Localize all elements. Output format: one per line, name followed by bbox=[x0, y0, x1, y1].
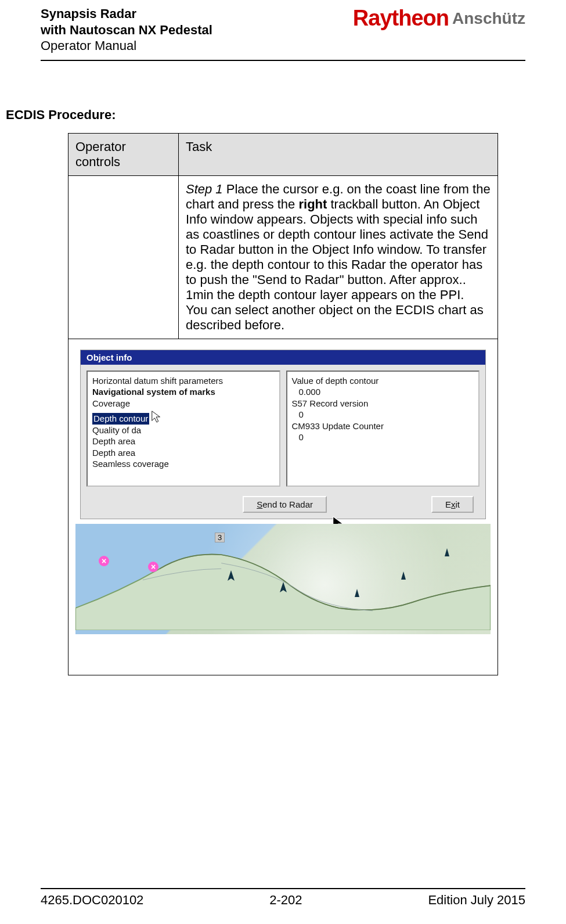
list-item[interactable]: Depth area bbox=[92, 436, 275, 447]
object-list-panel[interactable]: Horizontal datum shift parametersNavigat… bbox=[86, 371, 280, 487]
list-item[interactable]: Coverage bbox=[92, 398, 275, 409]
list-item[interactable]: Navigational system of marks bbox=[92, 386, 275, 398]
cursor-icon bbox=[150, 410, 163, 426]
page-footer: 4265.DOC020102 2-202 Edition July 2015 bbox=[41, 888, 525, 908]
detail-value-s57: 0 bbox=[292, 409, 474, 420]
object-info-window: Object info Horizontal datum shift param… bbox=[80, 350, 486, 519]
footer-doc-id: 4265.DOC020102 bbox=[41, 893, 143, 908]
step1-bold-right: right bbox=[298, 197, 327, 211]
list-item[interactable]: Depth contour bbox=[92, 409, 275, 425]
header-rule bbox=[41, 60, 525, 61]
boat-icon bbox=[226, 570, 236, 588]
list-item[interactable]: Quality of da bbox=[92, 425, 275, 436]
coastline-icon bbox=[75, 524, 491, 631]
brand-logo: Raytheon Anschütz bbox=[353, 6, 525, 31]
step1-text-b: trackball button. An Object Info window … bbox=[186, 197, 488, 302]
col-header-task: Task bbox=[179, 133, 498, 175]
page-header: Synapsis Radar with Nautoscan NX Pedesta… bbox=[41, 0, 525, 54]
window-button-row: Send to Radar Exit bbox=[81, 492, 485, 519]
exit-button[interactable]: Exit bbox=[431, 496, 474, 513]
detail-label-cm933: CM933 Update Counter bbox=[292, 420, 474, 432]
table-header-row: Operator controls Task bbox=[69, 133, 498, 175]
list-item-selected[interactable]: Depth contour bbox=[92, 413, 149, 425]
doc-title-line3: Operator Manual bbox=[41, 38, 212, 54]
footer-page-number: 2-202 bbox=[269, 893, 302, 908]
col-header-operator-controls: Operator controls bbox=[69, 133, 179, 175]
cell-operator-controls-step1 bbox=[69, 175, 179, 339]
cell-screenshot: Object info Horizontal datum shift param… bbox=[69, 339, 498, 675]
buoy-icon bbox=[444, 547, 450, 562]
detail-label-depth: Value of depth contour bbox=[292, 375, 474, 387]
list-item[interactable]: Seamless coverage bbox=[92, 458, 275, 470]
table-row-step1: Step 1 Place the cursor e.g. on the coas… bbox=[69, 175, 498, 339]
detail-value-depth: 0.000 bbox=[292, 386, 474, 398]
embedded-app-screenshot: Object info Horizontal datum shift param… bbox=[75, 350, 491, 669]
brand-anschuetz-text: Anschütz bbox=[452, 9, 525, 28]
step1-line2: You can select another object on the ECD… bbox=[186, 303, 491, 333]
footer-rule bbox=[41, 888, 525, 889]
doc-title-block: Synapsis Radar with Nautoscan NX Pedesta… bbox=[41, 6, 212, 54]
doc-title-line2: with Nautoscan NX Pedestal bbox=[41, 22, 212, 38]
doc-title-line1: Synapsis Radar bbox=[41, 6, 212, 22]
chart-marker-x-icon: × bbox=[148, 562, 158, 572]
step1-prefix: Step 1 bbox=[186, 182, 223, 196]
list-item[interactable]: Horizontal datum shift parameters bbox=[92, 375, 275, 387]
ecdis-chart-preview: × × 3 bbox=[75, 524, 491, 634]
detail-value-cm933: 0 bbox=[292, 432, 474, 443]
buoy-icon bbox=[354, 588, 360, 603]
object-details-panel: Value of depth contour 0.000 S57 Record … bbox=[286, 371, 480, 487]
brand-raytheon-text: Raytheon bbox=[353, 6, 449, 31]
cell-task-step1: Step 1 Place the cursor e.g. on the coas… bbox=[179, 175, 498, 339]
send-to-radar-button[interactable]: Send to Radar bbox=[243, 496, 327, 513]
buoy-icon bbox=[401, 570, 406, 585]
table-row-screenshot: Object info Horizontal datum shift param… bbox=[69, 339, 498, 675]
window-body: Horizontal datum shift parametersNavigat… bbox=[81, 365, 485, 492]
window-titlebar: Object info bbox=[81, 350, 485, 365]
detail-label-s57: S57 Record version bbox=[292, 398, 474, 409]
chart-marker-label: 3 bbox=[215, 533, 225, 542]
list-item[interactable]: Depth area bbox=[92, 447, 275, 459]
boat-icon bbox=[279, 582, 288, 599]
footer-edition: Edition July 2015 bbox=[428, 893, 525, 908]
chart-marker-x-icon: × bbox=[99, 556, 109, 566]
step1-text: Step 1 Place the cursor e.g. on the coas… bbox=[186, 182, 491, 303]
procedure-table: Operator controls Task Step 1 Place the … bbox=[68, 133, 498, 675]
section-title: ECDIS Procedure: bbox=[6, 107, 525, 123]
